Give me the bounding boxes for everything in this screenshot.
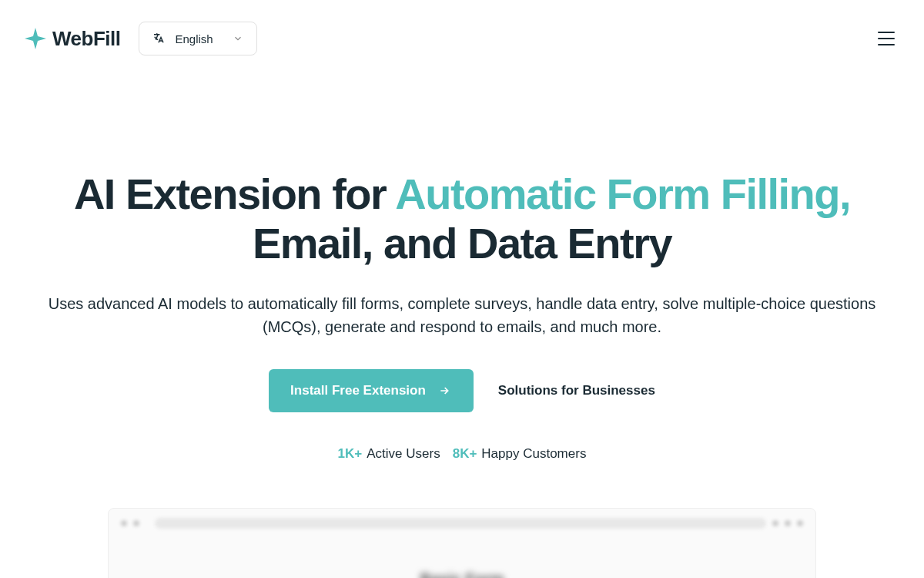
- stats-row: 1K+ Active Users 8K+ Happy Customers: [46, 446, 878, 462]
- arrow-right-icon: [437, 385, 452, 397]
- language-selector[interactable]: English: [139, 22, 256, 55]
- solutions-link[interactable]: Solutions for Businesses: [498, 383, 655, 398]
- browser-bar: [121, 518, 803, 529]
- install-extension-button[interactable]: Install Free Extension: [269, 369, 474, 412]
- hamburger-icon: [878, 32, 895, 45]
- stat-happy-customers: 8K+ Happy Customers: [453, 446, 587, 462]
- stat-users-value: 1K+: [338, 446, 363, 462]
- primary-cta-label: Install Free Extension: [290, 383, 426, 398]
- hero-title-part2: Email, and Data Entry: [253, 219, 671, 267]
- hero-subtitle: Uses advanced AI models to automatically…: [46, 292, 878, 338]
- hero-title-highlight: Automatic Form Filling,: [395, 170, 850, 218]
- logo[interactable]: WebFill: [23, 26, 120, 51]
- hero-title-part1: AI Extension for: [74, 170, 395, 218]
- stat-users-label: Active Users: [367, 446, 440, 462]
- logo-text: WebFill: [52, 27, 120, 51]
- stat-active-users: 1K+ Active Users: [338, 446, 440, 462]
- translate-icon: [152, 32, 166, 45]
- menu-button[interactable]: [872, 25, 901, 52]
- demo-content: Basic Form Form Description Name: [121, 547, 803, 578]
- stat-customers-value: 8K+: [453, 446, 477, 462]
- hero-section: AI Extension for Automatic Form Filling,…: [0, 77, 924, 578]
- sparkle-icon: [23, 26, 48, 51]
- chevron-down-icon: [232, 32, 244, 45]
- stat-customers-label: Happy Customers: [481, 446, 586, 462]
- demo-preview: Basic Form Form Description Name: [108, 508, 816, 578]
- language-selected: English: [175, 32, 213, 45]
- cta-buttons: Install Free Extension Solutions for Bus…: [46, 369, 878, 412]
- header: WebFill English: [0, 0, 924, 77]
- demo-form-title: Basic Form: [182, 570, 742, 578]
- header-left: WebFill English: [23, 22, 257, 55]
- hero-title: AI Extension for Automatic Form Filling,…: [46, 170, 878, 269]
